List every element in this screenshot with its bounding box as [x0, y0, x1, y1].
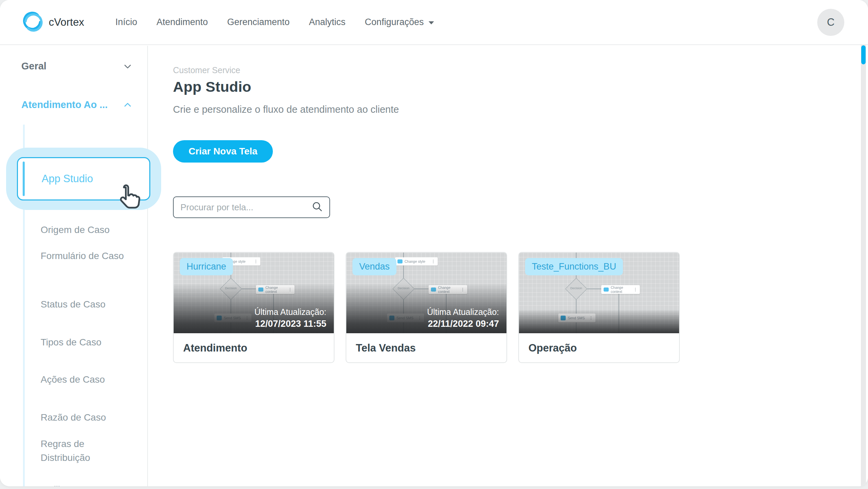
top-nav: cVortex Início Atendimento Gerenciamento… [0, 0, 868, 45]
last-update: Última Atualização: 12/07/2023 11:55 [254, 307, 326, 329]
chevron-down-icon [123, 62, 132, 71]
sidebar-item-origem-de-caso[interactable]: Origem de Caso [41, 223, 135, 237]
avatar[interactable]: C [817, 9, 844, 36]
settings-sidebar: Geral Atendimento Ao ... Status do Agent… [0, 46, 148, 486]
nav-menu: Início Atendimento Gerenciamento Analyti… [115, 17, 434, 27]
screen-card-operacao[interactable]: Decision Change context⋮ Send SMS⋮ Teste… [518, 252, 680, 363]
sidebar-item-mailing[interactable]: Mailing [41, 483, 135, 486]
page-title: App Studio [173, 79, 868, 95]
screen-search[interactable] [173, 196, 330, 218]
sidebar-item-razao-de-caso[interactable]: Razão de Caso [41, 410, 135, 424]
sidebar-section-atendimento[interactable]: Atendimento Ao ... [21, 99, 132, 110]
sidebar-item-acoes-de-caso[interactable]: Ações de Caso [41, 373, 135, 386]
flow-thumbnail: Decision Change context⋮ Send SMS⋮ Teste… [519, 253, 679, 333]
scrollbar-track[interactable] [861, 44, 866, 486]
breadcrumb: Customer Service [173, 65, 868, 75]
search-input[interactable] [180, 202, 311, 213]
avatar-initial: C [827, 16, 834, 28]
screen-card-tela-vendas[interactable]: Change style⋮ Decision Change context⋮ S… [346, 252, 507, 363]
nav-item-gerenciamento[interactable]: Gerenciamento [227, 17, 290, 27]
logo-text: cVortex [49, 16, 84, 28]
sidebar-section-atendimento-label: Atendimento Ao ... [21, 99, 108, 110]
app-window: cVortex Início Atendimento Gerenciamento… [0, 0, 868, 486]
sidebar-item-status-de-caso[interactable]: Status de Caso [41, 297, 135, 311]
sidebar-item-formulario-de-caso[interactable]: Formulário de Caso [41, 249, 135, 263]
screen-card-title: Tela Vendas [346, 333, 506, 354]
sidebar-item-regras-de-distribuicao[interactable]: Regras de Distribuição [41, 437, 135, 465]
create-screen-button[interactable]: Criar Nova Tela [173, 140, 273, 163]
logo[interactable]: cVortex [22, 10, 84, 34]
page-subtitle: Crie e personalize o fluxo de atendiment… [173, 104, 868, 115]
flow-thumbnail: Change style⋮ Decision Change context⋮ S… [346, 253, 506, 333]
hand-cursor-icon [114, 184, 142, 213]
sidebar-item-app-studio-label: App Studio [42, 158, 93, 199]
nav-item-inicio[interactable]: Início [115, 17, 137, 27]
chevron-up-icon [123, 100, 132, 110]
sidebar-section-geral[interactable]: Geral [21, 61, 132, 72]
nav-item-analytics[interactable]: Analytics [309, 17, 346, 27]
nav-item-configuracoes[interactable]: Configurações [365, 17, 434, 27]
screen-badge: Teste_Functions_BU [525, 258, 623, 275]
active-item-indicator [23, 162, 25, 196]
flow-thumbnail: Change style⋮ Decision Change context⋮ S… [174, 253, 334, 333]
nav-item-atendimento[interactable]: Atendimento [156, 17, 208, 27]
cvortex-logo-icon [22, 10, 44, 34]
main-content: Customer Service App Studio Crie e perso… [149, 46, 868, 486]
nav-item-configuracoes-label: Configurações [365, 17, 424, 27]
screen-card-atendimento[interactable]: Change style⋮ Decision Change context⋮ S… [173, 252, 334, 363]
scrollbar-thumb[interactable] [861, 45, 866, 64]
screen-card-title: Atendimento [174, 333, 334, 354]
sidebar-section-geral-label: Geral [21, 61, 46, 72]
caret-down-icon [429, 21, 434, 24]
screen-card-title: Operação [519, 333, 679, 354]
screen-card-list: Change style⋮ Decision Change context⋮ S… [173, 252, 868, 363]
screen-badge: Hurricane [180, 258, 233, 275]
screen-badge: Vendas [352, 258, 396, 275]
search-icon[interactable] [311, 200, 323, 214]
sidebar-item-tipos-de-caso[interactable]: Tipos de Caso [41, 335, 135, 349]
last-update: Última Atualização: 22/11/2022 09:47 [427, 307, 499, 329]
